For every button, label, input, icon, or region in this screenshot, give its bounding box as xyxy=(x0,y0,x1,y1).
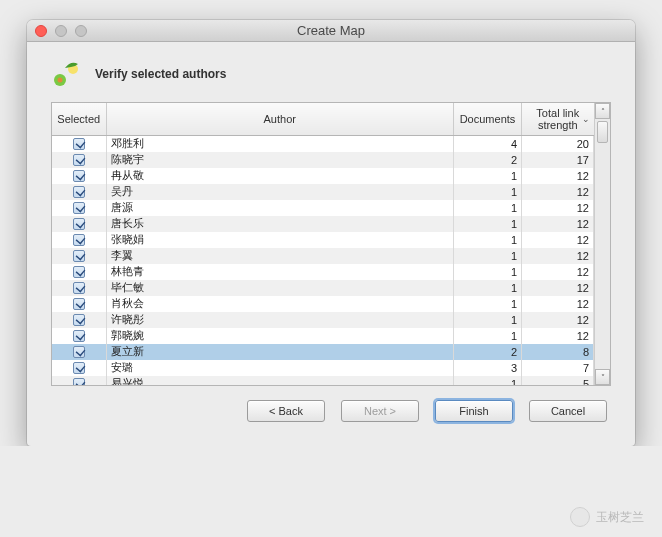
back-button[interactable]: < Back xyxy=(247,400,325,422)
cell-selected[interactable] xyxy=(52,328,106,344)
cell-selected[interactable] xyxy=(52,280,106,296)
col-header-author[interactable]: Author xyxy=(106,103,454,136)
table-body: 邓胜利420陈晓宇217冉从敬112吴丹112唐源112唐长乐112张晓娟112… xyxy=(52,136,594,386)
close-icon[interactable] xyxy=(35,25,47,37)
scroll-down-icon[interactable]: ˅ xyxy=(595,369,610,385)
cell-author: 肖秋会 xyxy=(106,296,454,312)
table-row[interactable]: 张晓娟112 xyxy=(52,232,594,248)
checkbox-icon[interactable] xyxy=(73,314,85,326)
cell-author: 易兴悦 xyxy=(106,376,454,386)
table-row[interactable]: 李翼112 xyxy=(52,248,594,264)
checkbox-icon[interactable] xyxy=(73,282,85,294)
next-button: Next > xyxy=(341,400,419,422)
cell-author: 毕仁敏 xyxy=(106,280,454,296)
cell-strength: 12 xyxy=(522,248,594,264)
cell-documents: 1 xyxy=(454,264,522,280)
checkbox-icon[interactable] xyxy=(73,218,85,230)
cell-strength: 12 xyxy=(522,184,594,200)
table-row[interactable]: 肖秋会112 xyxy=(52,296,594,312)
checkbox-icon[interactable] xyxy=(73,378,85,385)
cell-selected[interactable] xyxy=(52,264,106,280)
maximize-icon[interactable] xyxy=(75,25,87,37)
checkbox-icon[interactable] xyxy=(73,266,85,278)
cell-documents: 1 xyxy=(454,328,522,344)
cell-author: 陈晓宇 xyxy=(106,152,454,168)
cell-selected[interactable] xyxy=(52,360,106,376)
cell-author: 唐长乐 xyxy=(106,216,454,232)
col-header-selected[interactable]: Selected xyxy=(52,103,106,136)
cell-selected[interactable] xyxy=(52,184,106,200)
cell-author: 吴丹 xyxy=(106,184,454,200)
scroll-thumb[interactable] xyxy=(597,121,608,143)
cell-author: 张晓娟 xyxy=(106,232,454,248)
checkbox-icon[interactable] xyxy=(73,250,85,262)
table-row[interactable]: 易兴悦15 xyxy=(52,376,594,386)
cell-documents: 2 xyxy=(454,152,522,168)
cell-selected[interactable] xyxy=(52,152,106,168)
window-title: Create Map xyxy=(27,23,635,38)
minimize-icon[interactable] xyxy=(55,25,67,37)
cell-author: 冉从敬 xyxy=(106,168,454,184)
table-row[interactable]: 林艳青112 xyxy=(52,264,594,280)
cell-documents: 1 xyxy=(454,248,522,264)
table-row[interactable]: 夏立新28 xyxy=(52,344,594,360)
checkbox-icon[interactable] xyxy=(73,170,85,182)
cell-selected[interactable] xyxy=(52,216,106,232)
checkbox-icon[interactable] xyxy=(73,138,85,150)
checkbox-icon[interactable] xyxy=(73,362,85,374)
table-row[interactable]: 冉从敬112 xyxy=(52,168,594,184)
cell-documents: 2 xyxy=(454,344,522,360)
button-row: < Back Next > Finish Cancel xyxy=(51,400,611,422)
cell-strength: 20 xyxy=(522,136,594,152)
cell-strength: 12 xyxy=(522,296,594,312)
cell-documents: 1 xyxy=(454,232,522,248)
cell-selected[interactable] xyxy=(52,232,106,248)
table-row[interactable]: 郭晓婉112 xyxy=(52,328,594,344)
vertical-scrollbar[interactable]: ˄ ˅ xyxy=(594,103,610,385)
cell-strength: 12 xyxy=(522,200,594,216)
table-panel: Selected Author Documents Total link str… xyxy=(51,102,611,386)
cell-selected[interactable] xyxy=(52,376,106,386)
checkbox-icon[interactable] xyxy=(73,186,85,198)
scroll-track[interactable] xyxy=(595,119,610,369)
checkbox-icon[interactable] xyxy=(73,346,85,358)
table-row[interactable]: 唐长乐112 xyxy=(52,216,594,232)
page-title: Verify selected authors xyxy=(95,67,226,81)
table-row[interactable]: 安璐37 xyxy=(52,360,594,376)
table-row[interactable]: 邓胜利420 xyxy=(52,136,594,152)
dialog-content: Verify selected authors Selected Author … xyxy=(27,42,635,446)
table-row[interactable]: 陈晓宇217 xyxy=(52,152,594,168)
table-scroll-area: Selected Author Documents Total link str… xyxy=(52,103,594,385)
cell-author: 邓胜利 xyxy=(106,136,454,152)
table-row[interactable]: 唐源112 xyxy=(52,200,594,216)
col-header-strength-label: Total link strength xyxy=(536,107,579,131)
table-row[interactable]: 毕仁敏112 xyxy=(52,280,594,296)
cell-documents: 1 xyxy=(454,184,522,200)
checkbox-icon[interactable] xyxy=(73,330,85,342)
table-row[interactable]: 吴丹112 xyxy=(52,184,594,200)
scroll-up-icon[interactable]: ˄ xyxy=(595,103,610,119)
traffic-lights xyxy=(27,25,87,37)
checkbox-icon[interactable] xyxy=(73,154,85,166)
cell-selected[interactable] xyxy=(52,136,106,152)
titlebar: Create Map xyxy=(27,20,635,42)
cell-strength: 17 xyxy=(522,152,594,168)
checkbox-icon[interactable] xyxy=(73,298,85,310)
cell-selected[interactable] xyxy=(52,168,106,184)
cell-selected[interactable] xyxy=(52,248,106,264)
checkbox-icon[interactable] xyxy=(73,234,85,246)
cell-author: 许晓彤 xyxy=(106,312,454,328)
finish-button[interactable]: Finish xyxy=(435,400,513,422)
cell-selected[interactable] xyxy=(52,312,106,328)
col-header-documents[interactable]: Documents xyxy=(454,103,522,136)
checkbox-icon[interactable] xyxy=(73,202,85,214)
cancel-button[interactable]: Cancel xyxy=(529,400,607,422)
cell-selected[interactable] xyxy=(52,344,106,360)
col-header-strength[interactable]: Total link strength ⌄ xyxy=(522,103,594,136)
header-row: Verify selected authors xyxy=(51,58,611,90)
cell-selected[interactable] xyxy=(52,200,106,216)
cell-strength: 12 xyxy=(522,264,594,280)
cell-selected[interactable] xyxy=(52,296,106,312)
table-row[interactable]: 许晓彤112 xyxy=(52,312,594,328)
cell-documents: 1 xyxy=(454,216,522,232)
